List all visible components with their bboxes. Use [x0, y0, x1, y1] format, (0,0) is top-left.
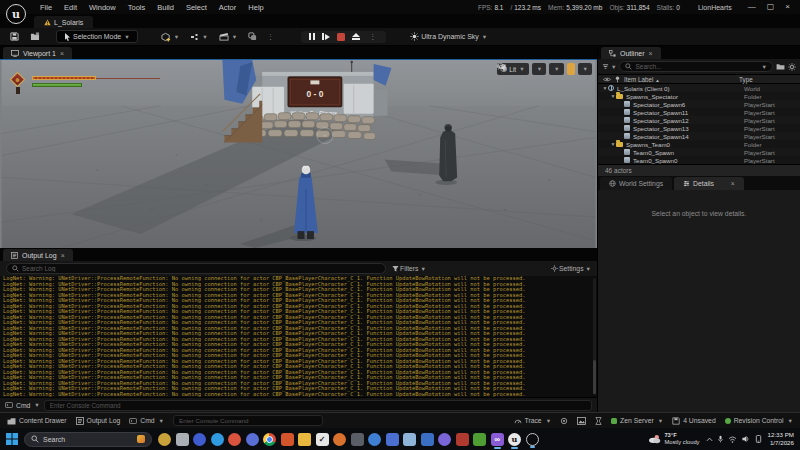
tray-chevron-up-icon[interactable]	[706, 437, 713, 442]
viewport-tab[interactable]: Viewport 1 ×	[3, 47, 72, 59]
content-browser-button[interactable]	[27, 31, 43, 42]
shield-app-icon[interactable]	[351, 433, 364, 446]
more-options-icon[interactable]: ⋮	[265, 33, 276, 41]
menu-select[interactable]: Select	[180, 2, 213, 13]
phone-link-icon[interactable]	[755, 435, 762, 443]
check-app-icon[interactable]: ✓	[316, 433, 329, 446]
log-search-field[interactable]	[6, 263, 386, 274]
log-filters-button[interactable]: Filters ▼	[392, 265, 426, 272]
level-tab[interactable]: L_Solaris	[34, 16, 93, 28]
statusbar-cmd-dropdown[interactable]: Cmd ▼	[129, 417, 164, 424]
menu-actor[interactable]: Actor	[213, 2, 243, 13]
game-view-button[interactable]	[567, 63, 575, 75]
frame-skip-button[interactable]	[322, 33, 330, 40]
start-button[interactable]	[6, 433, 18, 445]
outliner-row[interactable]: Spectator_Spawn12PlayerStart	[598, 116, 800, 124]
cinematics-button[interactable]: ▼	[216, 31, 240, 42]
play-options-icon[interactable]: ⋮	[367, 33, 378, 41]
volume-icon[interactable]	[742, 435, 750, 443]
menu-help[interactable]: Help	[242, 2, 269, 13]
viewport-settings-button[interactable]: ▼	[578, 63, 592, 75]
unsaved-button[interactable]: 4 Unsaved	[672, 417, 716, 425]
log-output-area[interactable]: LogNet: Warning: UNetDriver::ProcessRemo…	[0, 276, 597, 397]
blueprints-button[interactable]	[245, 31, 260, 42]
mic-icon[interactable]	[718, 435, 723, 443]
close-icon[interactable]: ×	[649, 50, 653, 57]
outliner-row[interactable]: Team0_Spawn0PlayerStart	[598, 156, 800, 164]
outliner-settings-button[interactable]	[788, 63, 796, 71]
epic-games-icon[interactable]	[526, 433, 539, 446]
edge-browser-icon[interactable]	[211, 433, 224, 446]
outliner-row[interactable]: ▼L_Solaris (Client 0)World	[598, 84, 800, 92]
blue-app-icon[interactable]	[386, 433, 399, 446]
outliner-search-field[interactable]: ▼	[619, 61, 773, 72]
minimize-button[interactable]: —	[748, 3, 756, 11]
outliner-row[interactable]: Spectator_Spawn14PlayerStart	[598, 132, 800, 140]
column-type[interactable]: Type	[739, 76, 795, 83]
copilot-icon[interactable]	[193, 433, 206, 446]
add-actor-button[interactable]: ▼	[158, 31, 182, 43]
cmd-dropdown[interactable]: Cmd ▼	[5, 402, 40, 409]
discord-icon[interactable]	[438, 433, 451, 446]
outliner-row[interactable]: Spectator_Spawn11PlayerStart	[598, 108, 800, 116]
red-app-icon[interactable]	[456, 433, 469, 446]
tasks-button[interactable]	[595, 417, 602, 425]
console-command-field[interactable]	[44, 400, 592, 411]
weather-widget[interactable]: 73°F Mostly cloudy	[648, 432, 699, 446]
eye-icon[interactable]	[603, 77, 611, 82]
menu-file[interactable]: File	[34, 2, 58, 13]
outliner-row[interactable]: ▼Spawns_Team0Folder	[598, 140, 800, 148]
stop-button[interactable]	[337, 33, 345, 41]
outliner-row[interactable]: Spectator_Spawn6PlayerStart	[598, 100, 800, 108]
window-app-icon[interactable]	[421, 433, 434, 446]
widgets-icon[interactable]	[176, 433, 189, 446]
taskbar-search-field[interactable]: Search	[24, 432, 152, 447]
log-search-input[interactable]	[22, 265, 380, 272]
file-explorer-icon[interactable]	[298, 433, 311, 446]
chrome-browser-icon[interactable]	[263, 433, 276, 446]
close-button[interactable]: ×	[785, 3, 790, 11]
outliner-row[interactable]: Spectator_Spawn13PlayerStart	[598, 124, 800, 132]
media-app-icon[interactable]	[368, 433, 381, 446]
close-icon[interactable]: ×	[61, 252, 65, 259]
eject-button[interactable]	[352, 33, 360, 40]
ultra-dynamic-sky-button[interactable]: Ultra Dynamic Sky ▼	[407, 31, 490, 42]
minecraft-icon[interactable]	[473, 433, 486, 446]
game-launcher-icon[interactable]	[281, 433, 294, 446]
outliner-filter-button[interactable]: ▼	[602, 63, 616, 70]
platforms-button[interactable]: ▼	[187, 32, 210, 42]
screenshot-button[interactable]	[577, 417, 586, 425]
unreal-engine-icon[interactable]: u	[508, 433, 521, 446]
menu-build[interactable]: Build	[151, 2, 180, 13]
viewport-3d[interactable]: 0 - 0 Waiting For Players...	[0, 59, 597, 248]
maximize-button[interactable]: ▢	[767, 3, 775, 11]
insights-button[interactable]	[560, 417, 568, 425]
menu-edit[interactable]: Edit	[58, 2, 83, 13]
output-log-button[interactable]: Output Log	[76, 417, 121, 425]
statusbar-console-input[interactable]	[179, 417, 317, 424]
log-settings-button[interactable]: Settings ▼	[551, 265, 591, 272]
zen-server-button[interactable]: Zen Server ▼	[611, 417, 663, 424]
outliner-row[interactable]: Team0_SpawnPlayerStart	[598, 148, 800, 156]
wifi-icon[interactable]	[728, 436, 737, 443]
statusbar-console-field[interactable]	[173, 415, 323, 426]
details-tab[interactable]: Details ×	[674, 177, 744, 190]
output-log-tab[interactable]: Output Log ×	[3, 249, 73, 261]
pin-icon[interactable]	[615, 76, 620, 83]
new-folder-button[interactable]	[776, 63, 785, 70]
close-icon[interactable]: ×	[60, 50, 64, 57]
outliner-row[interactable]: ▼Spawns_SpectatorFolder	[598, 92, 800, 100]
orange-app-icon[interactable]	[333, 433, 346, 446]
revision-control-button[interactable]: Revision Control ▼	[725, 417, 793, 424]
outliner-search-input[interactable]	[635, 63, 757, 70]
outliner-tab[interactable]: Outliner ×	[601, 47, 661, 59]
taskbar-clock[interactable]: 12:33 PM 1/7/2026	[768, 431, 794, 447]
close-icon[interactable]: ×	[731, 180, 735, 187]
visual-studio-icon[interactable]: ∞	[491, 433, 504, 446]
world-settings-tab[interactable]: World Settings	[600, 177, 672, 190]
collage-app-icon[interactable]	[403, 433, 416, 446]
column-item-label[interactable]: Item Label ▲	[624, 76, 735, 83]
save-button[interactable]	[7, 31, 22, 42]
pause-button[interactable]	[309, 33, 315, 40]
trace-button[interactable]: Trace ▼	[514, 417, 552, 424]
